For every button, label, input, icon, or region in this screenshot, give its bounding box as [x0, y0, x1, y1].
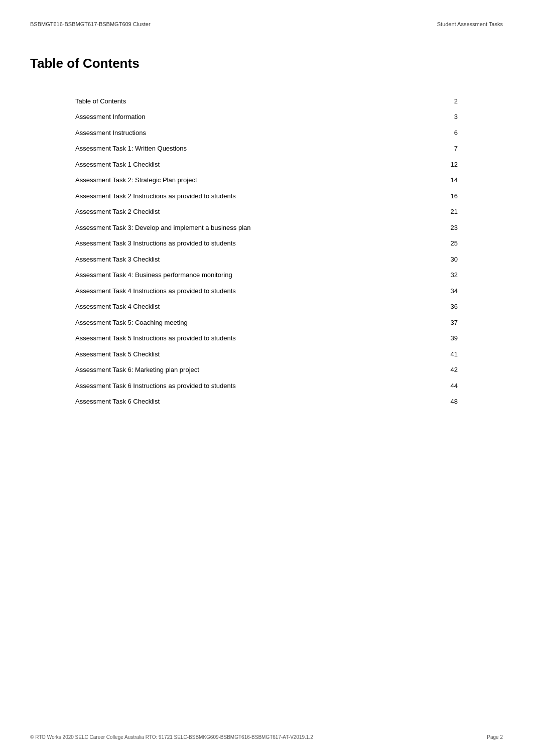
toc-item-label: Assessment Task 6 Checklist — [75, 397, 443, 407]
toc-row: Assessment Instructions6 — [75, 125, 458, 141]
toc-item-page: 37 — [443, 318, 458, 328]
toc-item-page: 23 — [443, 223, 458, 233]
toc-row: Assessment Task 6 Checklist48 — [75, 394, 458, 410]
toc-item-page: 2 — [443, 96, 458, 106]
toc-item-label: Assessment Task 1: Written Questions — [75, 144, 443, 154]
toc-item-label: Assessment Task 6 Instructions as provid… — [75, 381, 443, 391]
toc-item-page: 42 — [443, 365, 458, 375]
toc-item-label: Assessment Task 1 Checklist — [75, 160, 443, 170]
toc-row: Assessment Task 2 Instructions as provid… — [75, 188, 458, 204]
toc-row: Assessment Task 3 Checklist30 — [75, 251, 458, 268]
toc-item-page: 30 — [443, 255, 458, 265]
header-right-text: Student Assessment Tasks — [437, 20, 503, 29]
toc-item-page: 21 — [443, 207, 458, 217]
header-left-text: BSBMGT616-BSBMGT617-BSBMGT609 Cluster — [30, 20, 151, 29]
toc-item-page: 48 — [443, 397, 458, 407]
toc-item-page: 25 — [443, 238, 458, 248]
toc-container: Table of Contents2Assessment Information… — [75, 93, 458, 410]
toc-item-label: Table of Contents — [75, 96, 443, 106]
toc-row: Assessment Task 1 Checklist12 — [75, 157, 458, 173]
toc-item-label: Assessment Task 4 Checklist — [75, 302, 443, 312]
toc-row: Assessment Task 2: Strategic Plan projec… — [75, 172, 458, 188]
toc-item-page: 14 — [443, 175, 458, 185]
toc-row: Table of Contents2 — [75, 93, 458, 109]
toc-row: Assessment Task 4 Instructions as provid… — [75, 283, 458, 299]
toc-item-page: 7 — [443, 144, 458, 154]
toc-row: Assessment Task 1: Written Questions7 — [75, 141, 458, 157]
toc-item-page: 41 — [443, 349, 458, 359]
toc-row: Assessment Task 3: Develop and implement… — [75, 220, 458, 236]
footer-copyright: © RTO Works 2020 SELC Career College Aus… — [30, 733, 313, 741]
toc-row: Assessment Task 5 Instructions as provid… — [75, 330, 458, 346]
toc-item-page: 32 — [443, 270, 458, 280]
toc-item-label: Assessment Task 5 Checklist — [75, 349, 443, 359]
toc-row: Assessment Task 5 Checklist41 — [75, 346, 458, 362]
page: BSBMGT616-BSBMGT617-BSBMGT609 Cluster St… — [0, 0, 533, 756]
toc-item-label: Assessment Task 5 Instructions as provid… — [75, 333, 443, 343]
toc-item-label: Assessment Task 5: Coaching meeting — [75, 318, 443, 328]
toc-item-label: Assessment Information — [75, 112, 443, 122]
toc-item-label: Assessment Task 3: Develop and implement… — [75, 223, 443, 233]
toc-item-label: Assessment Task 2: Strategic Plan projec… — [75, 175, 443, 185]
toc-item-label: Assessment Instructions — [75, 128, 443, 138]
toc-item-page: 34 — [443, 286, 458, 296]
toc-row: Assessment Information3 — [75, 109, 458, 125]
page-footer: © RTO Works 2020 SELC Career College Aus… — [30, 733, 503, 741]
toc-item-page: 36 — [443, 302, 458, 312]
toc-row: Assessment Task 4: Business performance … — [75, 267, 458, 283]
footer-page-number: Page 2 — [487, 733, 503, 741]
toc-item-label: Assessment Task 4: Business performance … — [75, 270, 443, 280]
toc-row: Assessment Task 5: Coaching meeting37 — [75, 315, 458, 331]
toc-row: Assessment Task 6 Instructions as provid… — [75, 378, 458, 394]
toc-item-page: 39 — [443, 333, 458, 343]
toc-item-label: Assessment Task 6: Marketing plan projec… — [75, 365, 443, 375]
toc-row: Assessment Task 3 Instructions as provid… — [75, 235, 458, 251]
toc-item-label: Assessment Task 4 Instructions as provid… — [75, 286, 443, 296]
page-header: BSBMGT616-BSBMGT617-BSBMGT609 Cluster St… — [30, 20, 503, 29]
toc-row: Assessment Task 2 Checklist21 — [75, 204, 458, 220]
toc-item-label: Assessment Task 3 Checklist — [75, 255, 443, 265]
toc-row: Assessment Task 6: Marketing plan projec… — [75, 362, 458, 378]
toc-item-page: 16 — [443, 191, 458, 201]
toc-item-page: 3 — [443, 112, 458, 122]
toc-item-page: 12 — [443, 160, 458, 170]
page-title: Table of Contents — [30, 54, 503, 73]
toc-item-label: Assessment Task 3 Instructions as provid… — [75, 238, 443, 248]
toc-item-label: Assessment Task 2 Checklist — [75, 207, 443, 217]
toc-item-label: Assessment Task 2 Instructions as provid… — [75, 191, 443, 201]
toc-item-page: 6 — [443, 128, 458, 138]
toc-item-page: 44 — [443, 381, 458, 391]
toc-row: Assessment Task 4 Checklist36 — [75, 299, 458, 315]
